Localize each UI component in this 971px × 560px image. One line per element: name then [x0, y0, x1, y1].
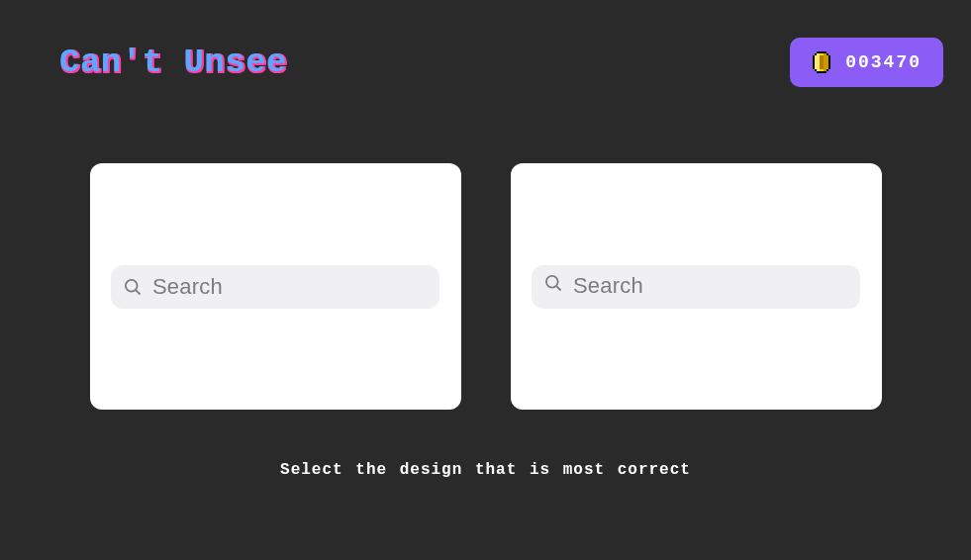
- instruction-text: Select the design that is most correct: [0, 461, 971, 479]
- search-placeholder: Search: [152, 274, 223, 300]
- logo[interactable]: Can't Unsee: [59, 44, 287, 81]
- score-value: 003470: [845, 52, 922, 72]
- svg-rect-11: [820, 55, 824, 69]
- search-bar-left: Search: [111, 265, 439, 309]
- score-pill: 003470: [790, 38, 943, 87]
- option-card-right[interactable]: Search: [511, 163, 882, 410]
- search-bar-right: Search: [532, 265, 860, 309]
- svg-line-13: [136, 290, 140, 294]
- option-card-left[interactable]: Search: [90, 163, 461, 410]
- svg-point-14: [546, 275, 558, 287]
- search-icon: [543, 273, 563, 293]
- svg-point-12: [126, 279, 138, 291]
- svg-line-15: [556, 286, 560, 290]
- svg-rect-10: [824, 53, 826, 71]
- search-icon: [123, 277, 143, 297]
- search-placeholder: Search: [573, 273, 643, 299]
- svg-rect-0: [817, 51, 826, 53]
- svg-rect-4: [817, 71, 826, 73]
- coin-icon: [812, 51, 831, 73]
- svg-rect-8: [817, 53, 820, 71]
